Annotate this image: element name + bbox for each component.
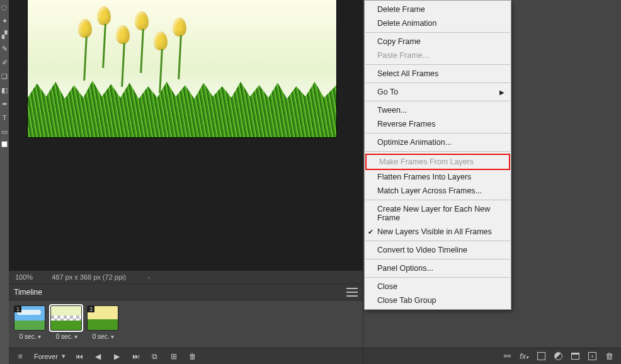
new-frame-icon[interactable]: ⊞ xyxy=(169,352,179,361)
menu-item-close-tab-group[interactable]: Close Tab Group xyxy=(365,293,511,307)
first-frame-icon[interactable]: ⏮ xyxy=(74,352,84,361)
shape-tool-icon[interactable]: ▭ xyxy=(0,125,9,139)
prev-frame-icon[interactable]: ◀ xyxy=(93,352,103,361)
menu-item-delete-animation[interactable]: Delete Animation xyxy=(365,16,511,30)
frame-duration[interactable]: 0 sec. xyxy=(14,333,47,340)
menu-item-reverse-frames[interactable]: Reverse Frames xyxy=(365,117,511,131)
frame-duration[interactable]: 0 sec. xyxy=(87,333,120,340)
frame-thumb[interactable]: 2 0 sec. xyxy=(50,305,83,340)
menu-separator xyxy=(365,151,510,152)
frame-duration[interactable]: 0 sec. xyxy=(50,333,83,340)
delete-layer-icon[interactable]: 🗑 xyxy=(605,351,613,361)
loop-mode-select[interactable]: Forever xyxy=(34,352,66,360)
frame-thumb[interactable]: 1 0 sec. xyxy=(14,305,47,340)
layer-mask-icon[interactable] xyxy=(537,352,545,360)
play-icon[interactable]: ▶ xyxy=(112,352,122,361)
layer-fx-icon[interactable]: fx▾ xyxy=(520,351,528,361)
menu-item-convert-to-video-timeline[interactable]: Convert to Video Timeline xyxy=(365,243,511,257)
magnet-tool-icon[interactable]: ✦ xyxy=(0,14,9,28)
menu-separator xyxy=(365,259,510,259)
timeline-panel: Timeline 1 0 sec. 2 0 sec. 3 0 sec. ≡ Fo… xyxy=(9,283,363,364)
status-menu-chevron-icon[interactable]: › xyxy=(147,273,150,281)
menu-item-match-layer-across-frames[interactable]: Match Layer Across Frames... xyxy=(365,184,511,198)
menu-item-close[interactable]: Close xyxy=(365,280,511,293)
status-bar: 100% 487 px x 368 px (72 ppi) › xyxy=(9,271,363,283)
menu-separator xyxy=(365,277,510,278)
type-tool-icon[interactable]: T xyxy=(0,111,9,125)
timeline-header: Timeline xyxy=(9,284,363,300)
gradient-tool-icon[interactable]: ◧ xyxy=(0,83,9,97)
frame-strip: 1 0 sec. 2 0 sec. 3 0 sec. xyxy=(9,300,363,345)
check-icon: ✔ xyxy=(368,228,373,236)
menu-item-make-frames-from-layers: Make Frames From Layers xyxy=(367,155,509,169)
brush-tool-icon[interactable]: ✐ xyxy=(0,55,9,69)
canvas[interactable] xyxy=(28,0,336,137)
menu-item-new-layers-visible-all-frames[interactable]: ✔New Layers Visible in All Frames xyxy=(365,225,511,239)
lasso-tool-icon[interactable]: ◌ xyxy=(0,0,9,14)
menu-item-go-to[interactable]: Go To▶ xyxy=(365,85,511,99)
zoom-level[interactable]: 100% xyxy=(15,273,33,281)
submenu-arrow-icon: ▶ xyxy=(499,89,504,96)
timeline-tab[interactable]: Timeline xyxy=(14,288,42,297)
menu-item-select-all-frames[interactable]: Select All Frames xyxy=(365,67,511,81)
menu-separator xyxy=(365,241,510,241)
delete-frame-icon[interactable]: 🗑 xyxy=(188,352,198,361)
next-frame-icon[interactable]: ⏭ xyxy=(131,352,141,361)
frame-number: 3 xyxy=(88,306,94,312)
menu-item-paste-frame: Paste Frame... xyxy=(365,48,511,62)
tween-icon[interactable]: ⧉ xyxy=(150,352,160,361)
timeline-context-menu: Delete Frame Delete Animation Copy Frame… xyxy=(364,0,511,310)
menu-item-copy-frame[interactable]: Copy Frame xyxy=(365,35,511,48)
canvas-grass xyxy=(28,81,336,137)
frame-number: 1 xyxy=(14,306,21,312)
document-dimensions: 487 px x 368 px (72 ppi) xyxy=(52,273,126,281)
menu-separator xyxy=(365,32,510,33)
menu-item-flatten-frames-into-layers[interactable]: Flatten Frames Into Layers xyxy=(365,170,511,184)
new-layer-icon[interactable]: + xyxy=(588,352,596,360)
clone-tool-icon[interactable]: ❏ xyxy=(0,69,9,83)
menu-item-create-new-layer-each-frame[interactable]: Create New Layer for Each New Frame xyxy=(365,202,511,225)
foreground-swatch[interactable] xyxy=(1,141,8,147)
pen-tool-icon[interactable]: ✒ xyxy=(0,97,9,111)
menu-item-optimize-animation[interactable]: Optimize Animation... xyxy=(365,135,511,149)
layers-panel-footer: ⚯ fx▾ + 🗑 xyxy=(363,348,621,364)
layer-group-icon[interactable] xyxy=(571,353,579,360)
timeline-controls: ≡ Forever ⏮ ◀ ▶ ⏭ ⧉ ⊞ 🗑 xyxy=(9,348,363,364)
menu-separator xyxy=(365,82,510,83)
link-layers-icon[interactable]: ⚯ xyxy=(504,351,511,361)
crop-tool-icon[interactable]: ▞ xyxy=(0,28,9,42)
menu-separator xyxy=(365,133,510,134)
frame-thumb[interactable]: 3 0 sec. xyxy=(87,305,120,340)
frame-number: 2 xyxy=(51,306,58,312)
timeline-menu-icon[interactable] xyxy=(346,288,358,297)
tool-rail: ◌ ✦ ▞ ✎ ✐ ❏ ◧ ✒ T ▭ xyxy=(0,0,9,364)
menu-item-delete-frame[interactable]: Delete Frame xyxy=(365,3,511,16)
menu-item-tween[interactable]: Tween... xyxy=(365,103,511,117)
eyedropper-tool-icon[interactable]: ✎ xyxy=(0,42,9,55)
timeline-options-icon[interactable]: ≡ xyxy=(15,352,25,361)
menu-item-panel-options[interactable]: Panel Options... xyxy=(365,261,511,275)
menu-separator xyxy=(365,200,510,200)
menu-separator xyxy=(365,101,510,101)
adjustment-layer-icon[interactable] xyxy=(554,352,562,360)
menu-separator xyxy=(365,64,510,65)
highlight-callout: Make Frames From Layers xyxy=(365,154,510,170)
